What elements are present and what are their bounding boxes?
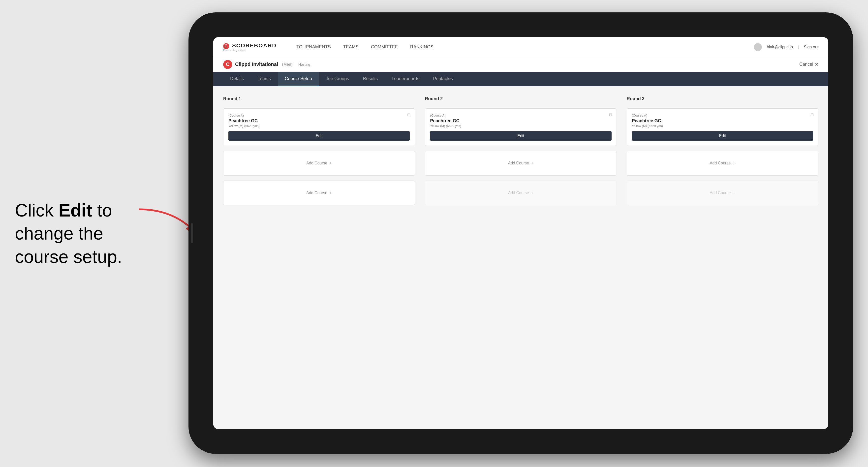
round-3-course-card: ⊡ (Course A) Peachtree GC Yellow (M) (66… <box>627 108 818 146</box>
logo-area: C SCOREBOARD Powered by clippd <box>223 42 277 52</box>
tournament-info: C Clippd Invitational (Men) Hosting <box>223 60 310 69</box>
tablet-device: C SCOREBOARD Powered by clippd TOURNAMEN… <box>188 12 853 454</box>
sign-out-link[interactable]: Sign out <box>804 45 818 49</box>
round-2-title: Round 2 <box>425 96 617 101</box>
nav-teams[interactable]: TEAMS <box>343 44 359 50</box>
round-3-course-name: Peachtree GC <box>632 118 813 124</box>
logo-text: C SCOREBOARD <box>223 42 277 49</box>
top-nav: C SCOREBOARD Powered by clippd TOURNAMEN… <box>213 37 828 57</box>
round-1-course-label: (Course A) <box>228 114 410 117</box>
round-1-title: Round 1 <box>223 96 415 101</box>
logo-c-icon: C <box>223 43 229 49</box>
round-1-add-course-text-2: Add Course + <box>306 190 332 196</box>
round-3-edit-button[interactable]: Edit <box>632 131 813 141</box>
round-2-add-label-2: Add Course <box>508 191 529 195</box>
round-1-column: Round 1 ⊡ (Course A) Peachtree GC Yellow… <box>223 96 415 205</box>
round-3-add-label-1: Add Course <box>710 161 731 165</box>
round-3-add-plus-2: + <box>733 190 735 196</box>
round-1-course-details: Yellow (M) (6629 yds) <box>228 124 410 128</box>
logo-subtitle: Powered by clippd <box>223 49 277 52</box>
round-2-add-course-text-2: Add Course + <box>508 190 533 196</box>
cancel-label: Cancel <box>799 62 813 67</box>
round-1-edit-button[interactable]: Edit <box>228 131 410 141</box>
nav-right: blair@clippd.io | Sign out <box>754 43 818 51</box>
round-3-course-details: Yellow (M) (6629 yds) <box>632 124 813 128</box>
round-3-delete-icon[interactable]: ⊡ <box>809 112 815 118</box>
nav-committee[interactable]: COMMITTEE <box>371 44 398 50</box>
round-2-add-course-text-1: Add Course + <box>508 161 533 166</box>
round-1-add-course-2[interactable]: Add Course + <box>223 181 415 205</box>
round-2-column: Round 2 ⊡ (Course A) Peachtree GC Yellow… <box>425 96 617 205</box>
nav-separator: | <box>798 45 799 49</box>
tab-leaderboards[interactable]: Leaderboards <box>385 72 426 86</box>
tab-teams[interactable]: Teams <box>251 72 278 86</box>
round-2-add-label-1: Add Course <box>508 161 529 165</box>
tab-details[interactable]: Details <box>223 72 251 86</box>
tournament-gender: (Men) <box>282 62 292 67</box>
round-1-add-course-text-1: Add Course + <box>306 161 332 166</box>
tablet-side-button <box>191 223 193 243</box>
tournament-logo-letter: C <box>226 62 229 67</box>
tab-bar: Details Teams Course Setup Tee Groups Re… <box>213 72 828 86</box>
round-3-add-course-text-2: Add Course + <box>710 190 735 196</box>
round-2-add-course-1[interactable]: Add Course + <box>425 151 617 176</box>
round-2-edit-button[interactable]: Edit <box>430 131 611 141</box>
tab-course-setup[interactable]: Course Setup <box>278 72 319 86</box>
nav-rankings[interactable]: RANKINGS <box>410 44 434 50</box>
round-1-add-course-1[interactable]: Add Course + <box>223 151 415 176</box>
round-2-delete-icon[interactable]: ⊡ <box>608 112 614 118</box>
tournament-name: Clippd Invitational <box>235 62 278 67</box>
round-1-add-label-2: Add Course <box>306 191 328 195</box>
round-3-add-course-2: Add Course + <box>627 181 818 205</box>
round-1-course-name: Peachtree GC <box>228 118 410 124</box>
nav-links: TOURNAMENTS TEAMS COMMITTEE RANKINGS <box>297 44 739 50</box>
rounds-grid: Round 1 ⊡ (Course A) Peachtree GC Yellow… <box>223 96 818 205</box>
nav-tournaments[interactable]: TOURNAMENTS <box>297 44 331 50</box>
scene: Click Edit tochange thecourse setup. C S… <box>0 0 868 467</box>
round-2-add-plus-1: + <box>531 161 534 166</box>
instruction-text: Click Edit tochange thecourse setup. <box>15 199 122 268</box>
tab-tee-groups[interactable]: Tee Groups <box>319 72 356 86</box>
round-3-add-label-2: Add Course <box>710 191 731 195</box>
tablet-screen: C SCOREBOARD Powered by clippd TOURNAMEN… <box>213 37 828 429</box>
round-3-course-label: (Course A) <box>632 114 813 117</box>
sub-nav: C Clippd Invitational (Men) Hosting Canc… <box>213 57 828 72</box>
round-1-course-card: ⊡ (Course A) Peachtree GC Yellow (M) (66… <box>223 108 415 146</box>
main-content: Round 1 ⊡ (Course A) Peachtree GC Yellow… <box>213 86 828 429</box>
cancel-icon: ✕ <box>815 62 818 67</box>
scoreboard-wordmark: SCOREBOARD <box>232 42 277 49</box>
round-2-course-details: Yellow (M) (6629 yds) <box>430 124 611 128</box>
round-2-course-name: Peachtree GC <box>430 118 611 124</box>
round-2-course-card: ⊡ (Course A) Peachtree GC Yellow (M) (66… <box>425 108 617 146</box>
round-2-course-label: (Course A) <box>430 114 611 117</box>
user-email: blair@clippd.io <box>767 45 793 49</box>
tournament-status: Hosting <box>298 62 310 66</box>
bold-edit: Edit <box>59 200 92 220</box>
round-2-add-plus-2: + <box>531 190 534 196</box>
round-3-add-plus-1: + <box>733 161 735 166</box>
tab-printables[interactable]: Printables <box>426 72 460 86</box>
user-avatar <box>754 43 762 51</box>
tournament-logo: C <box>223 60 232 69</box>
cancel-button[interactable]: Cancel ✕ <box>799 62 818 67</box>
round-3-add-course-text-1: Add Course + <box>710 161 735 166</box>
round-1-add-plus-1: + <box>329 161 332 166</box>
round-1-add-label-1: Add Course <box>306 161 328 165</box>
tab-results[interactable]: Results <box>356 72 385 86</box>
round-1-add-plus-2: + <box>329 190 332 196</box>
round-3-column: Round 3 ⊡ (Course A) Peachtree GC Yellow… <box>627 96 818 205</box>
round-3-add-course-1[interactable]: Add Course + <box>627 151 818 176</box>
round-2-add-course-2: Add Course + <box>425 181 617 205</box>
round-3-title: Round 3 <box>627 96 818 101</box>
round-1-delete-icon[interactable]: ⊡ <box>406 112 412 118</box>
